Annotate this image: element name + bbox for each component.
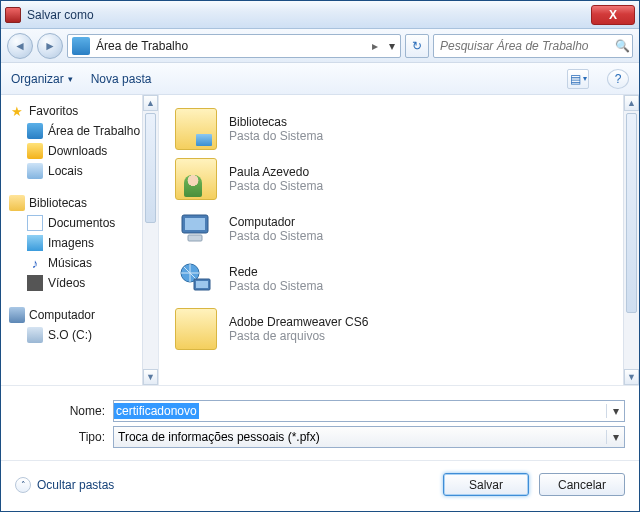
toolbar: Organizar ▾ Nova pasta ▤ ▾ ? [1, 63, 639, 95]
chevron-up-icon: ˄ [15, 477, 31, 493]
network-icon [175, 258, 217, 300]
scroll-down-icon[interactable]: ▼ [624, 369, 639, 385]
places-icon [27, 163, 43, 179]
search-input[interactable] [434, 39, 612, 53]
help-button[interactable]: ? [607, 69, 629, 89]
filelist-scrollbar[interactable]: ▲ ▼ [623, 95, 639, 385]
filename-dropdown[interactable]: ▾ [606, 404, 624, 418]
filetype-dropdown[interactable]: ▾ [606, 430, 624, 444]
svg-rect-1 [185, 218, 205, 230]
sidebar-item-images[interactable]: Imagens [5, 233, 158, 253]
nav-sidebar: ★Favoritos Área de Trabalho Downloads Lo… [1, 95, 159, 385]
folder-icon [175, 308, 217, 350]
filename-label: Nome: [15, 404, 113, 418]
address-history-dropdown[interactable]: ▾ [384, 39, 400, 53]
scroll-up-icon[interactable]: ▲ [143, 95, 158, 111]
filetype-select[interactable]: Troca de informações pessoais (*.pfx) ▾ [113, 426, 625, 448]
search-box[interactable]: 🔍 [433, 34, 633, 58]
footer: ˄ Ocultar pastas Salvar Cancelar [1, 460, 639, 508]
computer-icon [9, 307, 25, 323]
computer-icon [175, 208, 217, 250]
hide-folders-toggle[interactable]: ˄ Ocultar pastas [15, 477, 114, 493]
sidebar-group-computer[interactable]: Computador [5, 305, 158, 325]
scroll-up-icon[interactable]: ▲ [624, 95, 639, 111]
scroll-thumb[interactable] [145, 113, 156, 223]
file-list[interactable]: BibliotecasPasta do Sistema Paula Azeved… [159, 95, 639, 385]
sidebar-item-desktop[interactable]: Área de Trabalho [5, 121, 158, 141]
titlebar[interactable]: Salvar como X [1, 1, 639, 29]
sidebar-group-favorites[interactable]: ★Favoritos [5, 101, 158, 121]
close-button[interactable]: X [591, 5, 635, 25]
organize-menu[interactable]: Organizar ▾ [11, 72, 73, 86]
image-icon [27, 235, 43, 251]
save-button[interactable]: Salvar [443, 473, 529, 496]
sidebar-item-videos[interactable]: Vídeos [5, 273, 158, 293]
search-icon: 🔍 [612, 39, 632, 53]
download-icon [27, 143, 43, 159]
nav-row: ◄ ► Área de Trabalho ▸ ▾ ↻ 🔍 [1, 29, 639, 63]
chevron-down-icon: ▾ [583, 74, 587, 83]
address-text: Área de Trabalho [94, 39, 366, 53]
sidebar-scrollbar[interactable]: ▲ ▼ [142, 95, 158, 385]
music-icon: ♪ [27, 255, 43, 271]
sidebar-item-drive-c[interactable]: S.O (C:) [5, 325, 158, 345]
forward-button[interactable]: ► [37, 33, 63, 59]
filetype-value: Troca de informações pessoais (*.pfx) [114, 430, 324, 444]
new-folder-button[interactable]: Nova pasta [91, 72, 152, 86]
view-mode-button[interactable]: ▤ ▾ [567, 69, 589, 89]
desktop-icon [72, 37, 90, 55]
save-as-dialog: Salvar como X ◄ ► Área de Trabalho ▸ ▾ ↻… [0, 0, 640, 512]
user-folder-icon [175, 158, 217, 200]
list-item[interactable]: ComputadorPasta do Sistema [175, 205, 639, 253]
svg-rect-5 [196, 281, 208, 288]
filename-field[interactable]: certificadonovo ▾ [113, 400, 625, 422]
desktop-icon [27, 123, 43, 139]
cancel-button[interactable]: Cancelar [539, 473, 625, 496]
sidebar-item-music[interactable]: ♪Músicas [5, 253, 158, 273]
sidebar-item-downloads[interactable]: Downloads [5, 141, 158, 161]
form-area: Nome: certificadonovo ▾ Tipo: Troca de i… [1, 385, 639, 460]
list-item[interactable]: Adobe Dreamweaver CS6Pasta de arquivos [175, 305, 639, 353]
document-icon [27, 215, 43, 231]
sidebar-group-libraries[interactable]: Bibliotecas [5, 193, 158, 213]
sidebar-item-places[interactable]: Locais [5, 161, 158, 181]
address-arrow-icon[interactable]: ▸ [366, 39, 384, 53]
sidebar-item-documents[interactable]: Documentos [5, 213, 158, 233]
address-bar[interactable]: Área de Trabalho ▸ ▾ [67, 34, 401, 58]
svg-rect-2 [188, 235, 202, 241]
libraries-icon [175, 108, 217, 150]
drive-icon [27, 327, 43, 343]
back-button[interactable]: ◄ [7, 33, 33, 59]
scroll-thumb[interactable] [626, 113, 637, 313]
list-item[interactable]: BibliotecasPasta do Sistema [175, 105, 639, 153]
library-icon [9, 195, 25, 211]
video-icon [27, 275, 43, 291]
list-item[interactable]: RedePasta do Sistema [175, 255, 639, 303]
filename-input[interactable]: certificadonovo [114, 403, 199, 419]
refresh-button[interactable]: ↻ [405, 34, 429, 58]
app-icon [5, 7, 21, 23]
chevron-down-icon: ▾ [68, 74, 73, 84]
star-icon: ★ [9, 103, 25, 119]
window-title: Salvar como [27, 8, 591, 22]
list-item[interactable]: Paula AzevedoPasta do Sistema [175, 155, 639, 203]
scroll-down-icon[interactable]: ▼ [143, 369, 158, 385]
filetype-label: Tipo: [15, 430, 113, 444]
